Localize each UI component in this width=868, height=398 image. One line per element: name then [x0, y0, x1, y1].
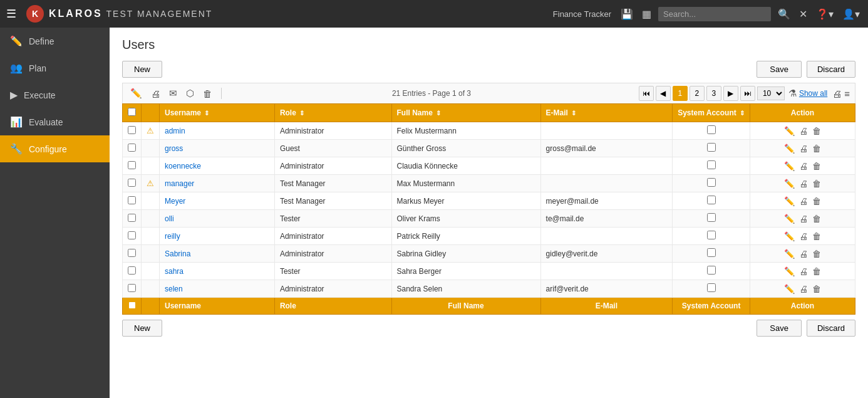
row-checkbox-0[interactable] [128, 126, 136, 134]
row-checkbox-4[interactable] [128, 196, 136, 204]
edit-action-icon-5[interactable]: ✏️ [784, 214, 795, 224]
clear-search-icon[interactable]: ✕ [799, 8, 807, 20]
delete-action-icon-8[interactable]: 🗑 [812, 266, 821, 276]
new-button-bottom[interactable]: New [122, 320, 162, 337]
username-link-4[interactable]: Meyer [165, 197, 185, 206]
sys-account-checkbox-4[interactable] [707, 196, 716, 204]
page-last-btn[interactable]: ⏭ [740, 86, 755, 101]
sys-account-checkbox-9[interactable] [707, 283, 716, 292]
sidebar-item-define[interactable]: ✏️ Define [0, 28, 110, 55]
page-first-btn[interactable]: ⏮ [639, 86, 654, 101]
print-action-icon-4[interactable]: 🖨 [799, 196, 808, 206]
edit-tool-icon[interactable]: ✏️ [128, 86, 145, 100]
edit-action-icon-7[interactable]: ✏️ [784, 249, 795, 259]
delete-action-icon-0[interactable]: 🗑 [812, 126, 821, 136]
save-button-bottom[interactable]: Save [757, 320, 802, 337]
delete-action-icon-1[interactable]: 🗑 [812, 144, 821, 154]
header-email[interactable]: E-Mail ⇕ [540, 104, 673, 122]
discard-button-bottom[interactable]: Discard [807, 320, 855, 337]
edit-action-icon-8[interactable]: ✏️ [784, 266, 795, 276]
header-username[interactable]: Username ⇕ [160, 104, 275, 122]
username-link-1[interactable]: gross [165, 144, 183, 153]
sys-account-checkbox-1[interactable] [707, 143, 716, 152]
username-link-8[interactable]: sahra [165, 267, 183, 276]
sidebar-item-plan[interactable]: 👥 Plan [0, 55, 110, 81]
username-link-9[interactable]: selen [165, 285, 183, 293]
select-all-checkbox[interactable] [128, 108, 136, 116]
menu-icon[interactable]: ☰ [6, 7, 16, 21]
page-3-btn[interactable]: 3 [706, 86, 721, 101]
page-2-btn[interactable]: 2 [690, 86, 705, 101]
edit-action-icon-1[interactable]: ✏️ [784, 144, 795, 154]
sys-account-checkbox-5[interactable] [707, 213, 716, 222]
sys-account-checkbox-2[interactable] [707, 160, 716, 169]
row-checkbox-5[interactable] [128, 214, 136, 222]
username-link-2[interactable]: koennecke [165, 162, 201, 170]
page-1-btn[interactable]: 1 [673, 86, 688, 101]
delete-action-icon-3[interactable]: 🗑 [812, 179, 821, 189]
discard-button-top[interactable]: Discard [807, 61, 855, 78]
delete-action-icon-7[interactable]: 🗑 [812, 249, 821, 259]
search-input[interactable] [658, 7, 771, 21]
username-link-6[interactable]: reilly [165, 232, 180, 241]
print-action-icon-1[interactable]: 🖨 [799, 144, 808, 154]
row-checkbox-2[interactable] [128, 161, 136, 169]
delete-action-icon-2[interactable]: 🗑 [812, 161, 821, 171]
edit-action-icon-9[interactable]: ✏️ [784, 284, 795, 294]
edit-action-icon-3[interactable]: ✏️ [784, 179, 795, 189]
header-full-name[interactable]: Full Name ⇕ [391, 104, 540, 122]
sys-account-checkbox-6[interactable] [707, 231, 716, 239]
user-icon[interactable]: 👤▾ [842, 8, 860, 20]
print-action-icon-5[interactable]: 🖨 [799, 214, 808, 224]
username-link-0[interactable]: admin [165, 127, 185, 135]
row-checkbox-6[interactable] [128, 231, 136, 239]
save-project-icon[interactable]: 💾 [621, 8, 633, 20]
delete-action-icon-6[interactable]: 🗑 [812, 231, 821, 241]
sys-account-checkbox-3[interactable] [707, 178, 716, 187]
print-action-icon-9[interactable]: 🖨 [799, 284, 808, 294]
save-button-top[interactable]: Save [757, 61, 802, 78]
print-action-icon-3[interactable]: 🖨 [799, 179, 808, 189]
page-size-select[interactable]: 10 25 50 [757, 86, 785, 100]
delete-action-icon-5[interactable]: 🗑 [812, 214, 821, 224]
sidebar-item-evaluate[interactable]: 📊 Evaluate [0, 108, 110, 135]
row-checkbox-9[interactable] [128, 284, 136, 292]
username-link-3[interactable]: manager [165, 179, 194, 188]
print-action-icon-8[interactable]: 🖨 [799, 266, 808, 276]
row-checkbox-7[interactable] [128, 249, 136, 257]
filter-icon[interactable]: ⚗ [788, 88, 797, 99]
help-icon[interactable]: ❓▾ [816, 8, 834, 20]
row-checkbox-3[interactable] [128, 179, 136, 187]
header-role[interactable]: Role ⇕ [274, 104, 391, 122]
username-link-7[interactable]: Sabrina [165, 249, 190, 258]
edit-action-icon-4[interactable]: ✏️ [784, 196, 795, 206]
row-checkbox-8[interactable] [128, 266, 136, 275]
sys-account-checkbox-8[interactable] [707, 266, 716, 275]
sidebar-item-configure[interactable]: 🔧 Configure [0, 135, 110, 162]
sys-account-checkbox-7[interactable] [707, 248, 716, 257]
email-tool-icon[interactable]: ✉ [167, 86, 180, 100]
print-action-icon-7[interactable]: 🖨 [799, 249, 808, 259]
row-checkbox-1[interactable] [128, 144, 136, 152]
columns-icon[interactable]: ≡ [844, 88, 850, 99]
sidebar-item-execute[interactable]: ▶ Execute [0, 81, 110, 108]
edit-action-icon-2[interactable]: ✏️ [784, 161, 795, 171]
edit-action-icon-6[interactable]: ✏️ [784, 231, 795, 241]
print-action-icon-0[interactable]: 🖨 [799, 126, 808, 136]
show-all-link[interactable]: Show all [799, 89, 827, 98]
username-link-5[interactable]: olli [165, 214, 174, 223]
new-button-top[interactable]: New [122, 61, 162, 78]
layout-icon[interactable]: ▦ [642, 8, 651, 20]
delete-tool-icon[interactable]: 🗑 [200, 87, 215, 100]
search-icon[interactable]: 🔍 [778, 8, 790, 20]
layers-tool-icon[interactable]: ⬡ [183, 86, 197, 100]
delete-action-icon-4[interactable]: 🗑 [812, 196, 821, 206]
delete-action-icon-9[interactable]: 🗑 [812, 284, 821, 294]
page-prev-btn[interactable]: ◀ [656, 86, 671, 101]
print-tool-icon[interactable]: 🖨 [148, 87, 163, 100]
edit-action-icon-0[interactable]: ✏️ [784, 126, 795, 136]
page-next-btn[interactable]: ▶ [723, 86, 738, 101]
print-action-icon-6[interactable]: 🖨 [799, 231, 808, 241]
print-action-icon-2[interactable]: 🖨 [799, 161, 808, 171]
print-table-icon[interactable]: 🖨 [832, 88, 842, 99]
